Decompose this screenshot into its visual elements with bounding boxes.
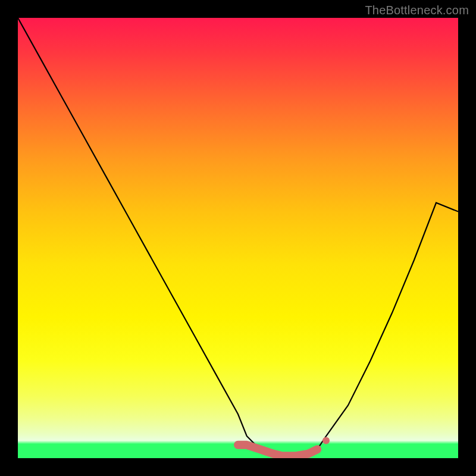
chart-container: TheBottleneck.com [0,0,476,476]
watermark-label: TheBottleneck.com [365,4,469,17]
bottom-highlight [238,445,317,456]
plot-area [18,18,458,458]
chart-svg [18,18,458,458]
highlight-dot [322,437,330,444]
curve-line [18,18,458,456]
